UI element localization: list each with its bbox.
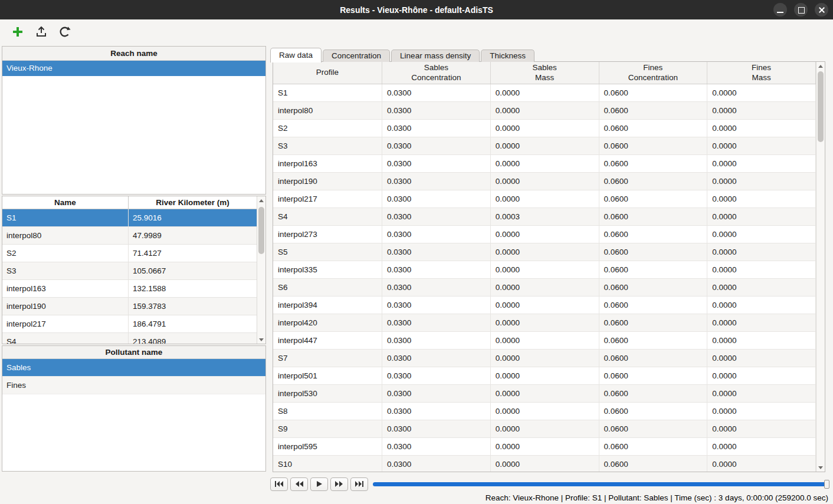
table-row[interactable]: S90.03000.00000.06000.0000 xyxy=(273,420,816,438)
profile-row[interactable]: S3105.0667 xyxy=(2,262,257,280)
profiles-table-body: S125.9016interpol8047.9989S271.4127S3105… xyxy=(2,209,257,344)
table-row[interactable]: S40.03000.00030.06000.0000 xyxy=(273,208,816,226)
window-title: Results - Vieux-Rhône - default-AdisTS xyxy=(340,5,493,15)
results-table-header: ProfileSablesConcentrationSablesMassFine… xyxy=(273,62,825,84)
play-button[interactable] xyxy=(310,477,328,491)
profile-row[interactable]: interpol217186.4791 xyxy=(2,315,257,333)
profiles-scrollbar[interactable] xyxy=(257,196,265,344)
profile-row[interactable]: S271.4127 xyxy=(2,245,257,262)
fast-forward-button[interactable] xyxy=(330,477,348,491)
column-header[interactable]: SablesMass xyxy=(491,62,599,84)
table-row[interactable]: S10.03000.00000.06000.0000 xyxy=(273,84,816,102)
window-controls xyxy=(773,3,828,17)
media-buttons xyxy=(270,477,370,491)
skip-first-icon xyxy=(274,480,284,487)
scrollbar-thumb[interactable] xyxy=(818,71,824,142)
add-button[interactable] xyxy=(9,24,26,40)
tab-thickness[interactable]: Thickness xyxy=(481,50,534,62)
table-row[interactable]: interpol1900.03000.00000.06000.0000 xyxy=(273,173,816,190)
refresh-icon xyxy=(58,25,71,38)
profiles-table-header: Name River Kilometer (m) xyxy=(2,196,265,209)
playback-controls xyxy=(270,476,829,492)
profile-row[interactable]: interpol163132.1588 xyxy=(2,280,257,298)
scrollbar-thumb[interactable] xyxy=(258,207,264,254)
column-header-river-kilometer[interactable]: River Kilometer (m) xyxy=(129,196,257,209)
rewind-button[interactable] xyxy=(290,477,308,491)
minimize-icon[interactable] xyxy=(773,3,787,17)
pollutant-section: Pollutant name SablesFines xyxy=(2,345,266,472)
tab-raw-data[interactable]: Raw data xyxy=(270,48,322,62)
export-icon xyxy=(35,25,48,38)
table-row[interactable]: S80.03000.00000.06000.0000 xyxy=(273,403,816,420)
table-row[interactable]: interpol3940.03000.00000.06000.0000 xyxy=(273,297,816,314)
skip-last-button[interactable] xyxy=(350,477,368,491)
table-row[interactable]: interpol3350.03000.00000.06000.0000 xyxy=(273,261,816,279)
tab-concentration[interactable]: Concentration xyxy=(323,50,390,62)
tab-linear-mass-density[interactable]: Linear mass density xyxy=(391,50,480,62)
table-row[interactable]: S30.03000.00000.06000.0000 xyxy=(273,137,816,155)
add-icon xyxy=(11,25,24,38)
slider-track[interactable] xyxy=(373,482,829,486)
list-item[interactable]: Sables xyxy=(2,359,265,377)
scroll-up-icon[interactable] xyxy=(816,62,825,70)
reach-header: Reach name xyxy=(2,47,265,61)
list-item[interactable]: Vieux-Rhone xyxy=(2,61,265,76)
status-text: Reach: Vieux-Rhone | Profile: S1 | Pollu… xyxy=(486,493,828,502)
list-item[interactable]: Fines xyxy=(2,377,265,394)
profile-row[interactable]: S4213.4089 xyxy=(2,333,257,344)
scroll-down-icon[interactable] xyxy=(816,463,825,472)
slider-handle[interactable] xyxy=(824,480,829,489)
column-header[interactable]: FinesConcentration xyxy=(599,62,708,84)
column-header[interactable]: FinesMass xyxy=(707,62,816,84)
reach-section: Reach name Vieux-Rhone xyxy=(2,46,266,195)
table-row[interactable]: interpol5010.03000.00000.06000.0000 xyxy=(273,367,816,385)
profile-row[interactable]: interpol8047.9989 xyxy=(2,227,257,245)
scroll-down-icon[interactable] xyxy=(257,335,265,344)
tab-bar: Raw dataConcentrationLinear mass density… xyxy=(270,47,536,62)
table-row[interactable]: interpol5300.03000.00000.06000.0000 xyxy=(273,385,816,403)
titlebar: Results - Vieux-Rhône - default-AdisTS xyxy=(0,0,833,19)
table-row[interactable]: S20.03000.00000.06000.0000 xyxy=(273,120,816,137)
results-table: ProfileSablesConcentrationSablesMassFine… xyxy=(273,61,825,472)
table-row[interactable]: interpol800.03000.00000.06000.0000 xyxy=(273,102,816,120)
slider-fill xyxy=(373,482,829,486)
table-row[interactable]: interpol5950.03000.00000.06000.0000 xyxy=(273,438,816,456)
pollutant-list: SablesFines xyxy=(2,359,265,394)
table-row[interactable]: interpol1630.03000.00000.06000.0000 xyxy=(273,155,816,173)
scroll-up-icon[interactable] xyxy=(257,196,265,205)
refresh-button[interactable] xyxy=(57,24,73,40)
column-header[interactable]: SablesConcentration xyxy=(382,62,491,84)
table-row[interactable]: S70.03000.00000.06000.0000 xyxy=(273,350,816,367)
column-header[interactable]: Profile xyxy=(273,62,382,84)
table-row[interactable]: interpol4470.03000.00000.06000.0000 xyxy=(273,332,816,350)
column-header-name[interactable]: Name xyxy=(2,196,129,209)
left-panel: Reach name Vieux-Rhone Name River Kilome… xyxy=(2,46,266,472)
rewind-icon xyxy=(294,480,304,487)
skip-last-icon xyxy=(355,480,364,487)
statusbar: Reach: Vieux-Rhone | Profile: S1 | Pollu… xyxy=(0,492,833,504)
table-row[interactable]: interpol4200.03000.00000.06000.0000 xyxy=(273,314,816,332)
table-scrollbar[interactable] xyxy=(816,62,825,472)
time-slider[interactable] xyxy=(373,477,829,491)
profile-row[interactable]: interpol190159.3783 xyxy=(2,298,257,315)
export-button[interactable] xyxy=(33,24,50,40)
pollutant-header: Pollutant name xyxy=(2,346,265,359)
table-row[interactable]: interpol2170.03000.00000.06000.0000 xyxy=(273,190,816,208)
close-icon[interactable] xyxy=(815,3,828,17)
results-table-body: S10.03000.00000.06000.0000interpol800.03… xyxy=(273,84,816,472)
table-row[interactable]: S50.03000.00000.06000.0000 xyxy=(273,243,816,261)
table-row[interactable]: S100.03000.00000.06000.0000 xyxy=(273,456,816,472)
fast-forward-icon xyxy=(334,480,344,487)
play-icon xyxy=(314,480,324,487)
reach-list: Vieux-Rhone xyxy=(2,61,265,76)
table-row[interactable]: S60.03000.00000.06000.0000 xyxy=(273,279,816,297)
table-row[interactable]: interpol2730.03000.00000.06000.0000 xyxy=(273,226,816,243)
profiles-section: Name River Kilometer (m) S125.9016interp… xyxy=(2,196,266,344)
toolbar xyxy=(0,19,833,44)
profile-row[interactable]: S125.9016 xyxy=(2,209,257,227)
maximize-icon[interactable] xyxy=(794,3,808,17)
skip-first-button[interactable] xyxy=(270,477,288,491)
